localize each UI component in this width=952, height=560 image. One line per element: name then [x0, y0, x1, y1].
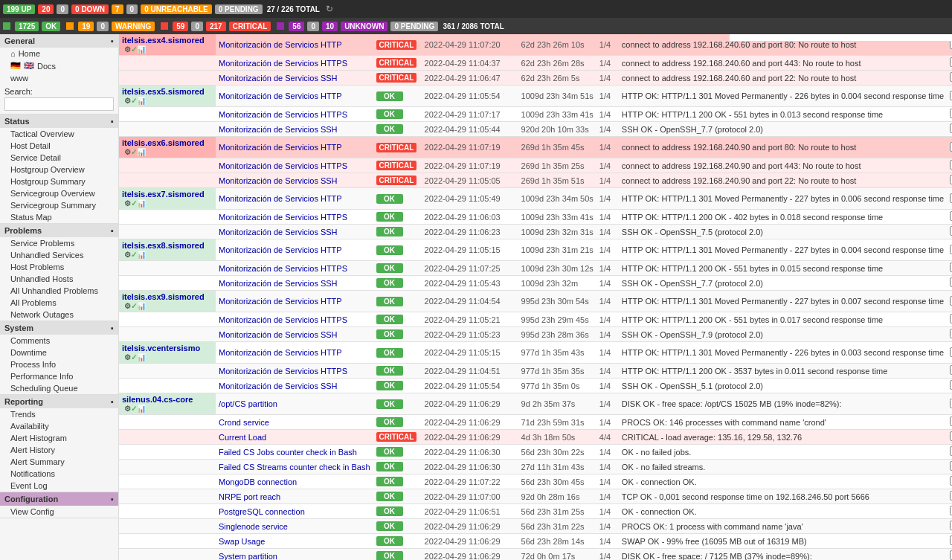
down-zero-badge[interactable]: 0 [57, 4, 68, 14]
service-link[interactable]: Monitorización de Servicios HTTP [219, 194, 342, 203]
service-link[interactable]: Monitorización de Servicios HTTP [219, 91, 342, 100]
host-detail-icon[interactable]: ⚙ [124, 199, 131, 207]
host-graph-icon[interactable]: 📊 [137, 302, 146, 310]
host-detail-icon[interactable]: ⚙ [124, 353, 131, 361]
sidebar-item-performance-info[interactable]: Performance Info [0, 370, 118, 382]
host-check-icon[interactable]: ✓ [131, 302, 137, 310]
warn1-badge[interactable]: 19 [78, 22, 94, 31]
host-graph-icon[interactable]: 📊 [137, 353, 146, 361]
host-check-icon[interactable]: ✓ [131, 353, 137, 361]
unk3-badge[interactable]: 10 [322, 22, 338, 31]
service-link[interactable]: System partition [219, 552, 277, 561]
sidebar-item-host-detail[interactable]: Host Detail [0, 140, 118, 152]
sidebar-item-availability[interactable]: Availability [0, 420, 118, 432]
host-detail-icon[interactable]: ⚙ [124, 251, 131, 259]
sidebar-item-servicegroup-summary[interactable]: Servicegroup Summary [0, 199, 118, 211]
host-graph-icon[interactable]: 📊 [137, 148, 146, 156]
sidebar-item-status-map[interactable]: Status Map [0, 211, 118, 223]
sidebar-item-docs[interactable]: 🇩🇪 🇬🇧 Docs [0, 59, 118, 72]
down-count-badge[interactable]: 20 [38, 4, 54, 14]
unreach1-badge[interactable]: 7 [112, 4, 123, 14]
unknown-badge[interactable]: UNKNOWN [341, 22, 387, 31]
down-badge[interactable]: 0 DOWN [71, 4, 109, 14]
service-link[interactable]: Monitorización de Servicios HTTPS [219, 110, 347, 119]
sidebar-item-downtime[interactable]: Downtime [0, 347, 118, 358]
host-detail-icon[interactable]: ⚙ [124, 148, 131, 156]
sidebar-config-header[interactable]: Configuration ▪ [0, 492, 118, 506]
sidebar-item-www[interactable]: www [0, 72, 118, 84]
up-badge[interactable]: 199 UP [3, 4, 35, 14]
sidebar-item-alert-summary[interactable]: Alert Summary [0, 456, 118, 468]
host-check-icon[interactable]: ✓ [131, 199, 137, 207]
service-link[interactable]: Monitorización de Servicios SSH [219, 279, 338, 288]
service-link[interactable]: Monitorización de Servicios SSH [219, 176, 338, 185]
service-link[interactable]: Monitorización de Servicios HTTP [219, 40, 342, 49]
host-detail-icon[interactable]: ⚙ [124, 45, 131, 54]
crit2-badge[interactable]: 0 [191, 22, 203, 31]
service-link[interactable]: /opt/CS partition [219, 399, 277, 408]
sidebar-item-unhandled-hosts[interactable]: Unhandled Hosts [0, 273, 118, 285]
sidebar-item-scheduling-queue[interactable]: Scheduling Queue [0, 382, 118, 394]
host-link[interactable]: itelsis.esx7.sismored [122, 190, 205, 199]
unreach2-badge[interactable]: 0 [126, 4, 138, 14]
service-link[interactable]: Monitorización de Servicios HTTPS [219, 367, 347, 376]
service-link[interactable]: Current Load [219, 433, 266, 442]
service-link[interactable]: Monitorización de Servicios SSH [219, 74, 338, 83]
service-link[interactable]: Monitorización de Servicios HTTP [219, 143, 342, 152]
sidebar-reporting-header[interactable]: Reporting ▪ [0, 395, 118, 408]
crit1-badge[interactable]: 59 [173, 22, 188, 31]
sidebar-item-hostgroup-overview[interactable]: Hostgroup Overview [0, 164, 118, 176]
service-link[interactable]: Failed CS Jobs counter check in Bash [219, 448, 357, 457]
sidebar-item-trends[interactable]: Trends [0, 408, 118, 420]
sidebar-item-service-detail[interactable]: Service Detail [0, 152, 118, 164]
sidebar-item-comments[interactable]: Comments [0, 335, 118, 347]
service-link[interactable]: MongoDB connection [219, 477, 297, 486]
service-link[interactable]: Monitorización de Servicios HTTPS [219, 264, 347, 273]
service-link[interactable]: Monitorización de Servicios HTTPS [219, 315, 347, 324]
host-graph-icon[interactable]: 📊 [137, 405, 146, 413]
sidebar-general-header[interactable]: General ▪ [0, 34, 118, 48]
host-detail-icon[interactable]: ⚙ [124, 302, 131, 310]
service-link[interactable]: Monitorización de Servicios SSH [219, 330, 338, 339]
sidebar-problems-header[interactable]: Problems ▪ [0, 224, 118, 237]
service-link[interactable]: Monitorización de Servicios HTTPS [219, 213, 347, 222]
sidebar-item-all-unhandled[interactable]: All Unhandled Problems [0, 285, 118, 297]
ok-label-badge[interactable]: OK [42, 22, 60, 31]
critical-badge[interactable]: CRITICAL [229, 22, 271, 31]
service-link[interactable]: Failed CS Streams counter check in Bash [219, 463, 370, 472]
host-graph-icon[interactable]: 📊 [137, 251, 146, 259]
sidebar-system-header[interactable]: System ▪ [0, 321, 118, 335]
sidebar-item-notifications[interactable]: Notifications [0, 468, 118, 480]
host-graph-icon[interactable]: 📊 [137, 45, 146, 54]
sidebar-item-unhandled-services[interactable]: Unhandled Services [0, 249, 118, 261]
service-link[interactable]: Monitorización de Servicios SSH [219, 228, 338, 236]
service-link[interactable]: Monitorización de Servicios HTTPS [219, 161, 347, 170]
host-link[interactable]: itelsis.esx6.sismored [122, 138, 205, 147]
service-link[interactable]: Monitorización de Servicios HTTP [219, 245, 342, 254]
sidebar-item-alert-histogram[interactable]: Alert Histogram [0, 432, 118, 444]
host-check-icon[interactable]: ✓ [131, 405, 137, 413]
host-link[interactable]: itelsis.esx5.sismored [122, 87, 205, 96]
sidebar-item-home[interactable]: ⌂ Home [0, 48, 118, 59]
service-link[interactable]: Monitorización de Servicios HTTP [219, 297, 342, 306]
unreachable-badge[interactable]: 0 UNREACHABLE [141, 4, 212, 14]
host-check-icon[interactable]: ✓ [131, 45, 137, 54]
host-check-icon[interactable]: ✓ [131, 148, 137, 156]
host-link[interactable]: itelsis.esx9.sismored [122, 292, 205, 301]
service-link[interactable]: Monitorización de Servicios SSH [219, 125, 338, 134]
host-link[interactable]: itelsis.esx4.sismored [122, 36, 205, 45]
host-link[interactable]: silenus.04.cs-core [122, 395, 193, 404]
service-link[interactable]: NRPE port reach [219, 492, 280, 501]
host-check-icon[interactable]: ✓ [131, 251, 137, 259]
crit3-badge[interactable]: 217 [206, 22, 226, 31]
refresh-icon[interactable]: ↻ [326, 4, 333, 14]
host-graph-icon[interactable]: 📊 [137, 97, 146, 105]
host-detail-icon[interactable]: ⚙ [124, 97, 131, 105]
service-link[interactable]: Monitorización de Servicios SSH [219, 382, 338, 390]
service-link[interactable]: Swap Usage [219, 537, 265, 546]
ok-count-badge[interactable]: 1725 [15, 22, 39, 31]
unk2-badge[interactable]: 0 [307, 22, 319, 31]
sidebar-item-host-problems[interactable]: Host Problems [0, 261, 118, 273]
sidebar-item-alert-history[interactable]: Alert History [0, 444, 118, 456]
sidebar-item-all-problems[interactable]: All Problems [0, 297, 118, 309]
